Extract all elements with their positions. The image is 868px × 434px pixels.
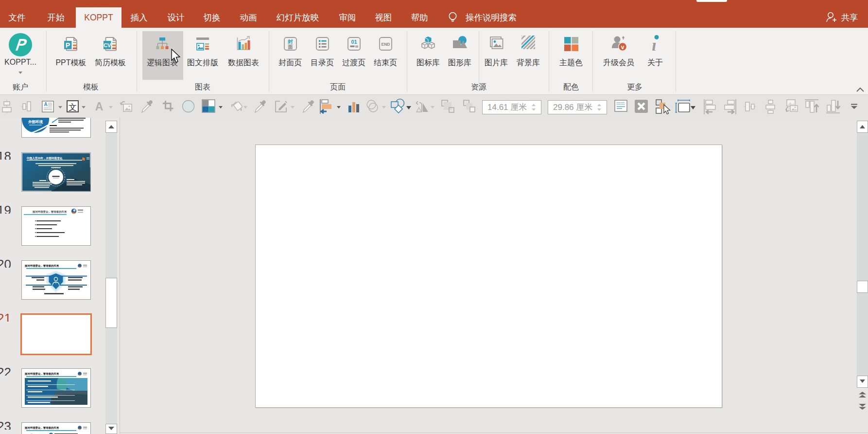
svg-text:P: P bbox=[66, 41, 70, 49]
svg-text:CV: CV bbox=[104, 42, 111, 48]
svg-text:面: 面 bbox=[287, 44, 293, 50]
svg-text:ı: ı bbox=[652, 36, 656, 52]
svg-text:v: v bbox=[621, 44, 625, 51]
svg-text:面对环境变化，管理者的作用: 面对环境变化，管理者的作用 bbox=[24, 264, 59, 268]
svg-text:外部环境: 外部环境 bbox=[28, 120, 43, 124]
svg-text:文: 文 bbox=[69, 103, 77, 112]
svg-text:面对环境变化，管理者的作用: 面对环境变化，管理者的作用 bbox=[24, 426, 59, 430]
svg-text:面对环境变化，管理者的作用: 面对环境变化，管理者的作用 bbox=[32, 210, 67, 214]
svg-text:01: 01 bbox=[351, 39, 357, 45]
svg-text:END: END bbox=[382, 42, 390, 47]
svg-text:中国入世20年，外部环境变化: 中国入世20年，外部环境变化 bbox=[27, 157, 63, 160]
svg-text:面对环境变化，管理者的作用: 面对环境变化，管理者的作用 bbox=[24, 372, 59, 376]
svg-text:A: A bbox=[44, 102, 47, 107]
